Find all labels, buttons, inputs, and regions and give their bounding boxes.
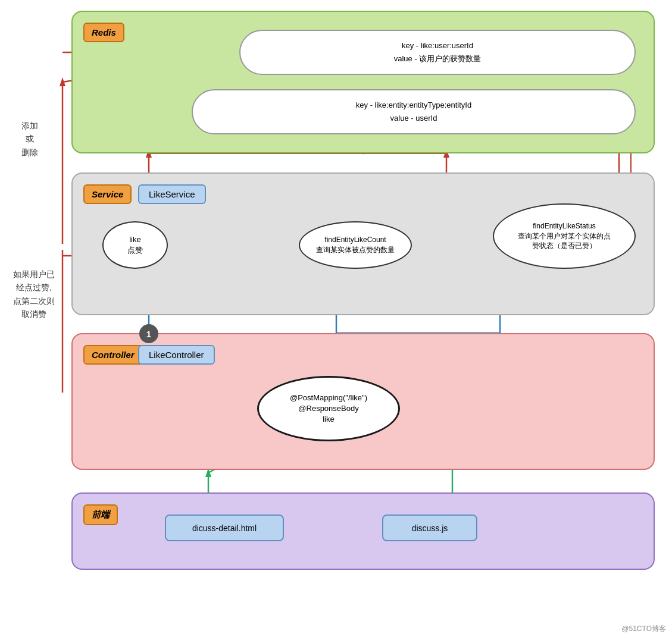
frontend-js-box: discuss.js: [382, 514, 477, 541]
controller-sublabel: LikeController: [138, 345, 215, 365]
controller-label: Controller: [83, 345, 143, 365]
service-sublabel: LikeService: [138, 184, 206, 204]
diagram-container: Redis key - like:user:userId value - 该用户…: [0, 0, 672, 640]
controller-layer: Controller LikeController @PostMapping("…: [71, 333, 655, 470]
service-count-ellipse: findEntityLikeCount 查询某实体被点赞的数量: [299, 221, 412, 269]
redis-label: Redis: [83, 23, 124, 42]
svg-marker-1: [60, 77, 65, 86]
badge-1: 1: [139, 324, 158, 343]
add-delete-text: 添加或删除: [6, 119, 54, 159]
redis-layer: Redis key - like:user:userId value - 该用户…: [71, 11, 655, 153]
frontend-layer: 前端 dicuss-detail.html discuss.js: [71, 492, 655, 570]
service-label: Service: [83, 184, 132, 204]
frontend-detail-box: dicuss-detail.html: [165, 514, 284, 541]
cancel-like-text: 如果用户已经点过赞,点第二次则取消赞: [1, 268, 67, 321]
service-layer: Service LikeService like 点赞 findEntityLi…: [71, 172, 655, 315]
service-like-ellipse: like 点赞: [102, 221, 168, 269]
service-status-ellipse: findEntityLikeStatus 查询某个用户对某个实体的点 赞状态（是…: [493, 203, 636, 269]
frontend-label: 前端: [83, 504, 118, 525]
redis-cloud-1: key - like:user:userId value - 该用户的获赞数量: [239, 30, 636, 75]
watermark: @51CTO博客: [621, 624, 666, 634]
redis-cloud-2: key - like:entity:entityType:entityId va…: [192, 89, 636, 134]
controller-post-ellipse: @PostMapping("/like") @ResponseBody like: [257, 376, 400, 441]
